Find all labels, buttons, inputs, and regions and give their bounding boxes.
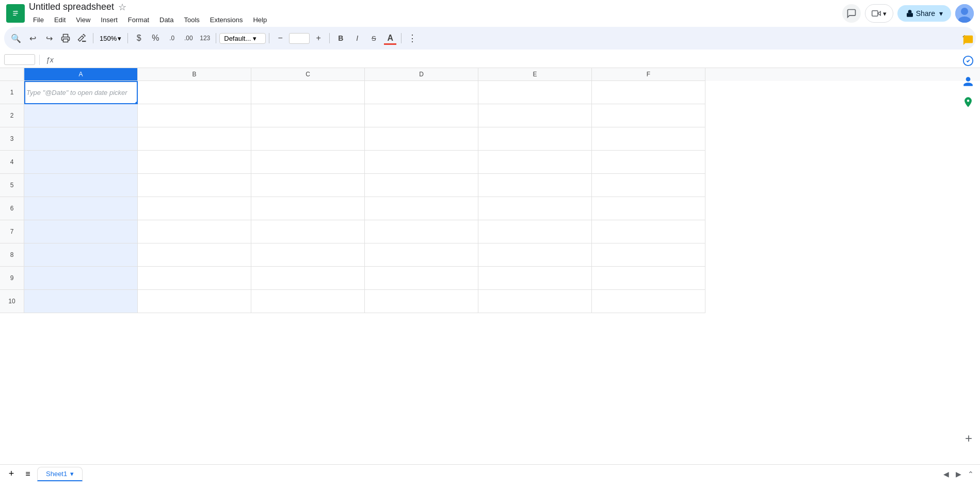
more-options-button[interactable]: ⋮ [405, 30, 420, 46]
cell-F3[interactable] [592, 127, 705, 151]
cell-D2[interactable] [365, 104, 478, 127]
cell-E5[interactable] [478, 174, 592, 197]
decrease-font-button[interactable]: − [272, 30, 288, 46]
menu-item-edit[interactable]: Edit [50, 14, 70, 26]
col-header-E[interactable]: E [478, 68, 592, 81]
row-header-5[interactable]: 5 [0, 174, 24, 197]
cell-reference-input[interactable]: A1 [4, 54, 35, 65]
col-header-A[interactable]: A [24, 68, 138, 81]
cell-A6[interactable] [24, 197, 138, 220]
col-header-B[interactable]: B [138, 68, 251, 81]
row-header-2[interactable]: 2 [0, 104, 24, 127]
cell-D8[interactable] [365, 243, 478, 267]
decimal-dec-button[interactable]: .0 [164, 30, 180, 46]
cell-D1[interactable] [365, 81, 478, 104]
menu-item-file[interactable]: File [29, 14, 48, 26]
cell-C4[interactable] [251, 151, 365, 174]
cell-B6[interactable] [138, 197, 251, 220]
row-header-6[interactable]: 6 [0, 197, 24, 220]
number-format-button[interactable]: 123 [197, 30, 213, 46]
sheets-menu-button[interactable]: ≡ [21, 467, 35, 481]
cell-C3[interactable] [251, 127, 365, 151]
star-icon[interactable]: ☆ [118, 2, 126, 13]
cell-E6[interactable] [478, 197, 592, 220]
cell-E3[interactable] [478, 127, 592, 151]
cell-B10[interactable] [138, 290, 251, 313]
print-button[interactable] [58, 30, 73, 46]
cell-B8[interactable] [138, 243, 251, 267]
cell-F6[interactable] [592, 197, 705, 220]
cell-B4[interactable] [138, 151, 251, 174]
cell-F7[interactable] [592, 220, 705, 243]
redo-button[interactable]: ↪ [41, 30, 57, 46]
cell-F4[interactable] [592, 151, 705, 174]
cell-B9[interactable] [138, 267, 251, 290]
cell-D9[interactable] [365, 267, 478, 290]
sheet-tab-sheet1[interactable]: Sheet1▾ [37, 467, 83, 481]
cell-F2[interactable] [592, 104, 705, 127]
sidebar-tasks-button[interactable] [959, 52, 977, 70]
cell-C2[interactable] [251, 104, 365, 127]
formula-input[interactable] [60, 56, 976, 63]
text-color-button[interactable]: A [382, 30, 398, 46]
cell-C7[interactable] [251, 220, 365, 243]
cell-A9[interactable] [24, 267, 138, 290]
cell-B3[interactable] [138, 127, 251, 151]
row-header-4[interactable]: 4 [0, 151, 24, 174]
cell-A5[interactable] [24, 174, 138, 197]
undo-button[interactable]: ↩ [25, 30, 40, 46]
row-header-10[interactable]: 10 [0, 290, 24, 313]
increase-font-button[interactable]: + [311, 30, 326, 46]
sidebar-maps-button[interactable] [959, 93, 977, 111]
cell-D6[interactable] [365, 197, 478, 220]
cell-B7[interactable] [138, 220, 251, 243]
paint-format-button[interactable] [74, 30, 90, 46]
cell-F5[interactable] [592, 174, 705, 197]
cell-B1[interactable] [138, 81, 251, 104]
cell-F8[interactable] [592, 243, 705, 267]
zoom-selector[interactable]: 150% ▾ [97, 34, 124, 43]
cell-E7[interactable] [478, 220, 592, 243]
cell-C6[interactable] [251, 197, 365, 220]
row-header-8[interactable]: 8 [0, 243, 24, 267]
row-header-7[interactable]: 7 [0, 220, 24, 243]
sheet-nav-right[interactable]: ▶ [953, 469, 963, 479]
cell-D10[interactable] [365, 290, 478, 313]
cell-F10[interactable] [592, 290, 705, 313]
cell-C10[interactable] [251, 290, 365, 313]
percent-button[interactable]: % [148, 30, 163, 46]
row-header-3[interactable]: 3 [0, 127, 24, 151]
menu-item-data[interactable]: Data [155, 14, 178, 26]
font-size-input[interactable]: 10 [289, 33, 310, 44]
row-header-9[interactable]: 9 [0, 267, 24, 290]
cell-C9[interactable] [251, 267, 365, 290]
cell-E9[interactable] [478, 267, 592, 290]
cell-B5[interactable] [138, 174, 251, 197]
menu-item-extensions[interactable]: Extensions [206, 14, 247, 26]
col-header-C[interactable]: C [251, 68, 365, 81]
cell-A10[interactable] [24, 290, 138, 313]
cell-A8[interactable] [24, 243, 138, 267]
menu-item-help[interactable]: Help [249, 14, 271, 26]
comment-button[interactable] [842, 4, 861, 23]
add-sheet-button[interactable]: + [4, 467, 19, 481]
cell-E10[interactable] [478, 290, 592, 313]
menu-item-view[interactable]: View [72, 14, 94, 26]
sheet-nav-left[interactable]: ◀ [941, 469, 951, 479]
doc-title[interactable]: Untitled spreadsheet [29, 2, 114, 12]
cell-B2[interactable] [138, 104, 251, 127]
menu-item-format[interactable]: Format [124, 14, 153, 26]
cell-A1[interactable]: Type "@Date" to open date picker [24, 81, 138, 104]
italic-button[interactable]: I [349, 30, 365, 46]
col-header-D[interactable]: D [365, 68, 478, 81]
sidebar-contacts-button[interactable] [959, 72, 977, 91]
cell-E8[interactable] [478, 243, 592, 267]
font-family-selector[interactable]: Default... ▾ [219, 33, 266, 44]
meet-button[interactable]: ▾ [865, 4, 893, 23]
cell-D5[interactable] [365, 174, 478, 197]
cell-A2[interactable] [24, 104, 138, 127]
search-button[interactable]: 🔍 [8, 30, 24, 46]
row-header-1[interactable]: 1 [0, 81, 24, 104]
cell-E1[interactable] [478, 81, 592, 104]
menu-item-insert[interactable]: Insert [97, 14, 122, 26]
